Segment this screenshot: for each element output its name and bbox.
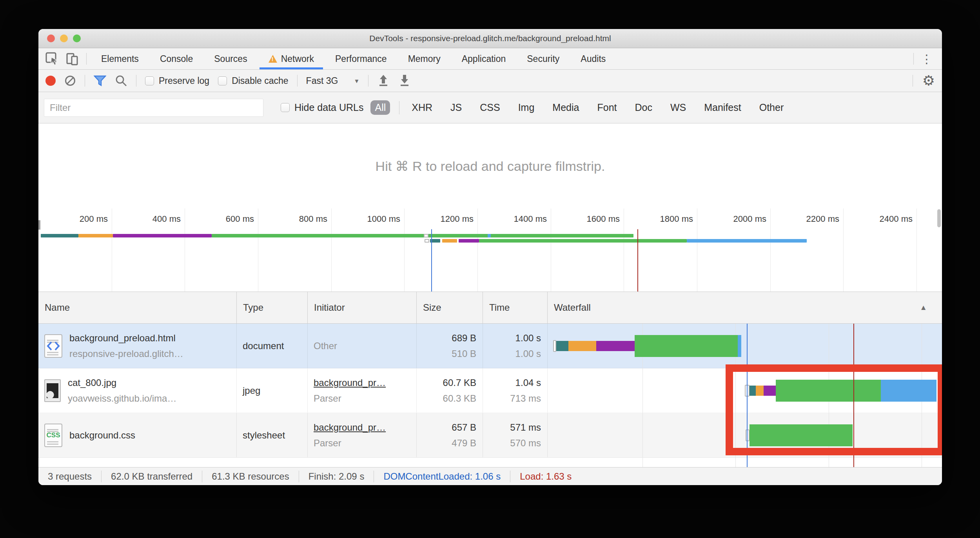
network-toolbar: Preserve log Disable cache Fast 3G ▼ ⚙ <box>38 70 942 92</box>
table-row[interactable]: background_preload.htmlresponsive-preloa… <box>38 324 942 368</box>
overview-tick-label: 2000 ms <box>708 214 766 224</box>
initiator-link[interactable]: background_pr… <box>314 420 416 435</box>
name-cell[interactable]: background_preload.htmlresponsive-preloa… <box>38 324 237 368</box>
name-cell[interactable]: cat_800.jpgyoavweiss.github.io/ima… <box>38 368 237 413</box>
throttling-value: Fast 3G <box>306 76 338 86</box>
status-finish: Finish: 2.09 s <box>299 471 374 482</box>
filter-chip-other[interactable]: Other <box>756 100 787 115</box>
request-domain: responsive-preload.glitch… <box>69 346 183 362</box>
filter-chip-manifest[interactable]: Manifest <box>701 100 744 115</box>
html-file-icon <box>44 334 62 358</box>
minimize-window-button[interactable] <box>60 34 68 42</box>
divider <box>86 53 87 65</box>
column-header-initiator[interactable]: Initiator <box>308 292 417 323</box>
initiator-cell: Other <box>308 324 417 368</box>
icon-glyph: CSS <box>45 431 62 439</box>
initiator-link[interactable]: background_pr… <box>314 375 416 391</box>
tab-audits[interactable]: Audits <box>570 48 616 69</box>
tab-elements[interactable]: Elements <box>91 48 149 69</box>
sort-ascending-icon[interactable]: ▲ <box>920 303 927 312</box>
filter-chip-js[interactable]: JS <box>447 100 465 115</box>
search-icon[interactable] <box>115 74 127 87</box>
tab-label: Memory <box>408 54 441 64</box>
filter-chip-ws[interactable]: WS <box>667 100 689 115</box>
import-har-icon[interactable] <box>377 74 390 87</box>
hide-data-urls-toggle[interactable]: Hide data URLs <box>281 102 363 113</box>
overview-bar-segment <box>459 239 479 243</box>
clear-icon[interactable] <box>64 75 76 87</box>
size-cell: 657 B479 B <box>417 413 483 457</box>
column-header-label: Waterfall <box>554 302 591 313</box>
request-domain: yoavweiss.github.io/ima… <box>68 391 176 406</box>
disable-cache-checkbox[interactable] <box>218 76 227 85</box>
column-header-size[interactable]: Size <box>417 292 483 323</box>
tab-label: Elements <box>101 54 139 64</box>
export-har-icon[interactable] <box>398 74 411 87</box>
zoom-window-button[interactable] <box>73 34 81 42</box>
request-name: background_preload.htmlresponsive-preloa… <box>69 330 183 362</box>
resource-type-filters: AllXHRJSCSSImgMediaFontDocWSManifestOthe… <box>363 100 793 115</box>
tab-console[interactable]: Console <box>149 48 203 69</box>
overview-gridline <box>916 208 917 292</box>
name-cell[interactable]: CSSbackground.css <box>38 413 237 457</box>
tab-label: Performance <box>335 54 387 64</box>
tab-performance[interactable]: Performance <box>325 48 397 69</box>
tab-network[interactable]: Network <box>258 48 325 69</box>
overview-tick-label: 1600 ms <box>561 214 620 224</box>
icon-line <box>47 429 58 430</box>
type-cell: document <box>237 324 308 368</box>
device-toolbar-icon[interactable] <box>66 52 79 65</box>
initiator-type: Parser <box>314 435 416 451</box>
disable-cache-toggle[interactable]: Disable cache <box>218 76 288 86</box>
preserve-log-checkbox[interactable] <box>145 76 154 85</box>
overview-scrollbar[interactable] <box>937 209 941 227</box>
filter-chip-img[interactable]: Img <box>515 100 538 115</box>
column-header-time[interactable]: Time <box>483 292 548 323</box>
time-latency: 570 ms <box>483 435 541 451</box>
time-cell: 571 ms570 ms <box>483 413 548 457</box>
tab-security[interactable]: Security <box>516 48 570 69</box>
record-icon[interactable] <box>45 76 56 86</box>
filter-chip-media[interactable]: Media <box>549 100 582 115</box>
overview-gridline <box>770 208 771 292</box>
throttling-select[interactable]: Fast 3G ▼ <box>306 76 360 86</box>
divider <box>399 101 399 114</box>
tab-label: Sources <box>214 54 247 64</box>
more-options-icon[interactable]: ⋮ <box>921 52 933 66</box>
status-3-requests: 3 requests <box>38 471 102 482</box>
preserve-log-toggle[interactable]: Preserve log <box>145 76 209 86</box>
initiator-cell: background_pr…Parser <box>308 368 417 413</box>
hide-data-urls-checkbox[interactable] <box>281 103 290 112</box>
filter-input[interactable] <box>44 99 263 117</box>
overview-gridline <box>477 208 478 292</box>
filter-chip-font[interactable]: Font <box>594 100 620 115</box>
network-overview[interactable]: 200 ms400 ms600 ms800 ms1000 ms1200 ms14… <box>38 208 942 292</box>
status-61-3-kb-resources: 61.3 KB resources <box>202 471 299 482</box>
waterfall-segment-green <box>635 335 738 357</box>
overview-bar-segment <box>113 234 212 237</box>
filter-chip-xhr[interactable]: XHR <box>408 100 436 115</box>
divider <box>368 75 368 87</box>
overview-bar-segment <box>479 239 687 243</box>
column-header-waterfall[interactable]: Waterfall▲ <box>548 292 942 323</box>
filter-chip-doc[interactable]: Doc <box>632 100 655 115</box>
filter-icon[interactable] <box>94 75 106 87</box>
size-value: 689 B <box>417 330 476 346</box>
filter-chip-all[interactable]: All <box>370 100 390 115</box>
filter-chip-css[interactable]: CSS <box>477 100 503 115</box>
devtools-window: DevTools - responsive-preload.glitch.me/… <box>38 29 942 485</box>
column-header-name[interactable]: Name <box>38 292 237 323</box>
settings-gear-icon[interactable]: ⚙ <box>922 72 935 89</box>
overview-gridline <box>551 208 551 292</box>
column-header-type[interactable]: Type <box>237 292 308 323</box>
column-header-label: Initiator <box>314 302 345 313</box>
close-window-button[interactable] <box>47 34 55 42</box>
tab-memory[interactable]: Memory <box>397 48 451 69</box>
tab-application[interactable]: Application <box>451 48 517 69</box>
column-header-label: Name <box>45 302 70 313</box>
time-latency: 1.00 s <box>483 346 541 362</box>
overview-left-handle[interactable] <box>38 220 40 230</box>
inspect-element-icon[interactable] <box>45 52 59 65</box>
tab-sources[interactable]: Sources <box>203 48 258 69</box>
image-thumbnail <box>44 379 61 402</box>
